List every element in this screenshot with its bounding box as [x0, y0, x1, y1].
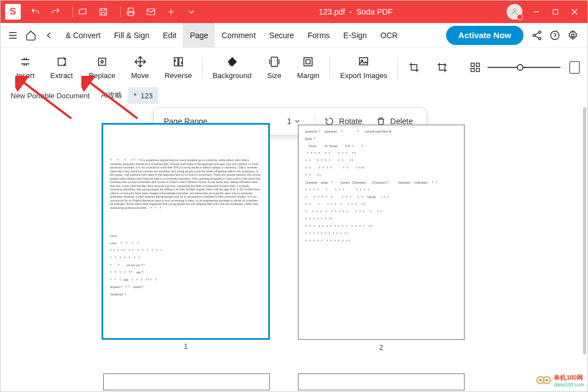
- insert-button[interactable]: Insert: [8, 51, 43, 84]
- ribbon-separator: [329, 56, 330, 79]
- title-filename: 123.pdf: [319, 7, 345, 16]
- scrollbar[interactable]: [583, 107, 586, 354]
- titlebar-separator: [120, 6, 121, 17]
- redo-icon[interactable]: [49, 5, 62, 19]
- export-images-button[interactable]: Export Images: [332, 51, 395, 84]
- svg-rect-21: [476, 69, 480, 72]
- margin-button[interactable]: Margin: [290, 51, 328, 84]
- ribbon-separator: [397, 56, 398, 79]
- doc-tab-1[interactable]: New Portable Document: [5, 87, 95, 104]
- grid-view-icon[interactable]: [470, 62, 481, 73]
- tab-esign[interactable]: E-Sign: [337, 23, 374, 48]
- back-icon[interactable]: [41, 28, 57, 43]
- tab-convert[interactable]: & Convert: [59, 23, 107, 48]
- crop-adjust-icon[interactable]: [434, 59, 451, 76]
- svg-point-27: [546, 379, 548, 381]
- chevron-down-icon[interactable]: [293, 117, 301, 125]
- reverse-button[interactable]: Reverse: [157, 51, 199, 84]
- svg-rect-19: [476, 63, 480, 67]
- mail-icon[interactable]: [144, 5, 158, 19]
- watermark-line2: danji100.com: [554, 382, 584, 388]
- page-thumb-row2-2[interactable]: [298, 373, 465, 390]
- page-thumb-1[interactable]: ? ? ? ? ? ? It is sometimes argued that …: [102, 123, 270, 340]
- page-content: javascript ? javascript ? ? console.log(…: [305, 130, 457, 243]
- single-page-icon[interactable]: [569, 61, 580, 74]
- document-tabs: New Portable Document AI攻略 * 123: [1, 87, 587, 104]
- hamburger-icon[interactable]: [5, 28, 21, 43]
- zoom-slider[interactable]: [488, 67, 561, 68]
- menubar: & Convert Fill & Sign Edit Page Comment …: [1, 23, 587, 48]
- tab-page[interactable]: Page: [183, 23, 215, 48]
- insert-label: Insert: [16, 71, 35, 80]
- page-range-value: 1: [287, 117, 291, 126]
- move-label: Move: [131, 71, 149, 80]
- titlebar: S 123.pdf - Soda PDF: [1, 1, 587, 23]
- chevron-down-icon[interactable]: [185, 5, 198, 19]
- svg-rect-0: [100, 8, 107, 15]
- extract-label: Extract: [50, 71, 73, 80]
- size-label: Size: [267, 71, 281, 80]
- help-icon[interactable]: [547, 28, 563, 43]
- add-icon[interactable]: [164, 5, 178, 19]
- activate-button[interactable]: Activate Now: [446, 26, 523, 45]
- svg-rect-9: [58, 58, 65, 65]
- tab-secure[interactable]: Secure: [263, 23, 301, 48]
- svg-point-2: [513, 9, 516, 12]
- svg-rect-18: [471, 63, 475, 67]
- size-button[interactable]: Size: [259, 51, 289, 84]
- account-avatar[interactable]: [507, 4, 522, 20]
- window-title: 123.pdf - Soda PDF: [205, 7, 507, 16]
- page-number-2: 2: [298, 344, 464, 352]
- margin-label: Margin: [297, 71, 320, 80]
- crop-icon[interactable]: [406, 59, 422, 76]
- page-number-1: 1: [103, 343, 268, 350]
- minimize-button[interactable]: [528, 3, 545, 20]
- titlebar-separator: [72, 6, 73, 17]
- page-content: ? ? ? ? ? ? It is sometimes argued that …: [110, 158, 261, 209]
- background-button[interactable]: Background: [205, 51, 259, 84]
- page-thumb-row2-1[interactable]: [103, 373, 270, 390]
- open-icon[interactable]: [76, 5, 90, 19]
- tab-fillsign[interactable]: Fill & Sign: [107, 23, 156, 48]
- move-button[interactable]: Move: [123, 51, 157, 84]
- tab-comment[interactable]: Comment: [215, 23, 263, 48]
- doc-tab-2[interactable]: AI攻略: [95, 87, 128, 104]
- share-icon[interactable]: [529, 28, 545, 43]
- app-logo: S: [5, 4, 21, 20]
- svg-rect-11: [174, 57, 177, 66]
- svg-point-8: [572, 34, 575, 37]
- view-controls: [467, 61, 580, 74]
- close-button[interactable]: [566, 3, 583, 20]
- home-icon[interactable]: [23, 28, 39, 43]
- doc-tab-3[interactable]: * 123: [128, 87, 158, 104]
- doc-tab-modified: *: [134, 92, 136, 100]
- svg-rect-13: [271, 57, 277, 66]
- page-thumb-2[interactable]: javascript ? javascript ? ? console.log(…: [298, 125, 465, 340]
- background-label: Background: [213, 71, 251, 80]
- svg-rect-3: [553, 10, 558, 14]
- svg-rect-12: [179, 57, 182, 66]
- settings-icon[interactable]: [565, 28, 581, 43]
- tab-forms[interactable]: Forms: [301, 23, 337, 48]
- replace-button[interactable]: Replace: [81, 51, 123, 84]
- replace-label: Replace: [89, 71, 116, 80]
- print-icon[interactable]: [124, 5, 137, 19]
- watermark-icon: [536, 372, 552, 388]
- svg-rect-1: [147, 9, 155, 15]
- watermark: 单机100网 danji100.com: [536, 372, 584, 388]
- maximize-button[interactable]: [547, 3, 564, 20]
- title-appname: Soda PDF: [356, 7, 393, 16]
- tab-ocr[interactable]: OCR: [374, 23, 405, 48]
- undo-icon[interactable]: [29, 5, 42, 19]
- page-content: LinuxLinux ? ? ? ?? ? ? ? ? ? ? ? ? ? ? …: [110, 234, 261, 297]
- svg-point-25: [540, 379, 542, 381]
- svg-rect-14: [304, 57, 313, 66]
- extract-button[interactable]: Extract: [43, 51, 81, 84]
- ribbon: Insert Extract Replace Move Reverse Back…: [1, 48, 587, 87]
- watermark-line1: 单机100网: [554, 373, 584, 382]
- zoom-slider-handle[interactable]: [517, 64, 523, 71]
- tab-edit[interactable]: Edit: [156, 23, 183, 48]
- svg-rect-20: [471, 69, 475, 72]
- page-canvas: Page Range 1 Rotate Delete ? ? ? ? ? ? I…: [1, 104, 587, 391]
- save-icon[interactable]: [97, 5, 110, 19]
